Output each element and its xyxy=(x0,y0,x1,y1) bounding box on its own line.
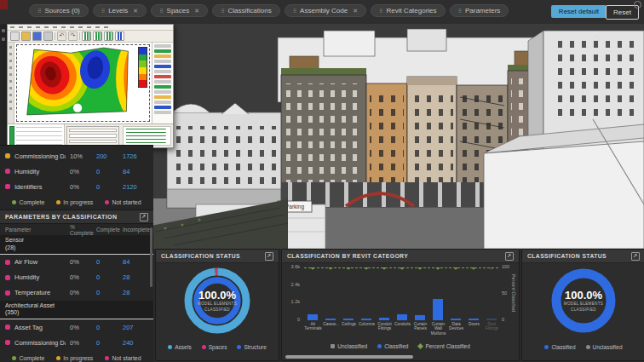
menu-bar[interactable] xyxy=(8,25,173,31)
tab-assembly-code[interactable]: ⠿Assembly Code✕ xyxy=(285,4,366,17)
object-item[interactable] xyxy=(154,49,171,53)
contour-app-window[interactable]: ↶ ↷ xyxy=(7,24,174,148)
object-item[interactable] xyxy=(154,111,171,114)
grid-data-icon[interactable] xyxy=(115,32,124,41)
legend-item: Not started xyxy=(105,355,141,361)
legend-dot xyxy=(586,345,590,349)
status-dot xyxy=(5,169,10,174)
percent-marker xyxy=(364,267,369,270)
legend-item: Complete xyxy=(12,199,44,205)
tab-parameters[interactable]: ⠿Parameters xyxy=(450,4,509,17)
object-manager-panel[interactable] xyxy=(152,43,173,124)
bar-slot xyxy=(376,267,394,320)
report-console[interactable] xyxy=(123,126,171,146)
bar-duct-fittings[interactable] xyxy=(486,319,497,320)
close-icon[interactable]: ✕ xyxy=(194,8,199,14)
table-row[interactable]: Commissioning Date0%0240 xyxy=(0,335,153,350)
redo-icon[interactable]: ↷ xyxy=(68,32,78,41)
left-tool-strip[interactable] xyxy=(8,43,14,124)
object-item[interactable] xyxy=(154,106,171,109)
x-axis-label: Air Terminals xyxy=(304,322,322,336)
bar-conduits[interactable] xyxy=(397,314,407,320)
group-row[interactable]: Sensor(28) xyxy=(0,235,153,255)
row-label: Humidity xyxy=(14,273,66,281)
home-icon[interactable]: ⌂ xyxy=(593,31,600,43)
table-row[interactable]: Temperature0%028 xyxy=(0,285,153,301)
status-icon[interactable] xyxy=(634,1,641,9)
contour-plot xyxy=(20,45,132,118)
x-axis-label: Duct Fittings xyxy=(483,322,498,336)
close-icon[interactable]: ✕ xyxy=(133,8,138,14)
table-row[interactable]: Asset Tag0%0207 xyxy=(0,319,153,335)
table-row[interactable]: Commissioning Date10%2001726 xyxy=(0,148,153,164)
popout-icon[interactable]: ↗ xyxy=(505,252,514,261)
bar-ceilings[interactable] xyxy=(343,319,354,320)
mini-dialog[interactable] xyxy=(66,126,119,146)
horizontal-scrollbar[interactable] xyxy=(285,355,413,359)
object-item[interactable] xyxy=(154,85,171,89)
bar-columns[interactable] xyxy=(361,319,371,320)
object-item[interactable] xyxy=(154,55,171,58)
object-item[interactable] xyxy=(154,90,171,94)
close-icon[interactable]: ✕ xyxy=(353,8,358,14)
object-item[interactable] xyxy=(154,65,171,68)
legend-item: Classified xyxy=(544,344,575,350)
new-icon[interactable] xyxy=(10,32,20,41)
popout-icon[interactable]: ↗ xyxy=(631,252,640,261)
object-item[interactable] xyxy=(154,95,171,99)
plot-canvas[interactable] xyxy=(14,43,152,124)
tab-classifications[interactable]: ⠿Classifications xyxy=(212,4,280,17)
row-label: Identifiers xyxy=(14,183,66,191)
folder-icon[interactable] xyxy=(21,32,31,41)
bar-data-devices[interactable] xyxy=(451,319,461,320)
panel-title: CLASSIFICATION STATUS xyxy=(161,253,240,259)
tab-revit-categories[interactable]: ⠿Revit Categories xyxy=(371,4,446,17)
undo-icon[interactable]: ↶ xyxy=(57,32,66,41)
object-item[interactable] xyxy=(154,75,171,78)
bar-curtain-wall-mullions[interactable] xyxy=(433,299,443,320)
bar-conduit-fittings[interactable] xyxy=(379,318,389,320)
object-item[interactable] xyxy=(154,101,171,104)
table-row[interactable]: Humidity0%028 xyxy=(0,270,153,285)
bar-air-terminals[interactable] xyxy=(308,314,318,320)
property-grid[interactable] xyxy=(8,124,65,147)
legend-dot xyxy=(168,345,172,349)
group-row[interactable]: Architectural Asset(350) xyxy=(0,301,153,320)
table-row[interactable]: Humidity0%084 xyxy=(0,164,153,179)
print-icon[interactable] xyxy=(43,32,53,41)
tab-spaces[interactable]: ⠿Spaces✕ xyxy=(151,4,208,17)
bar-doors[interactable] xyxy=(469,319,479,320)
legend-item: Complete xyxy=(12,355,44,361)
row-incomplete: 240 xyxy=(123,339,148,347)
reset-button[interactable]: Reset xyxy=(606,5,639,20)
table-header: Parameter % Complete Complete Incomplete xyxy=(0,224,153,235)
bar-casew-[interactable] xyxy=(325,319,336,320)
object-item[interactable] xyxy=(154,80,171,83)
object-item[interactable] xyxy=(154,44,171,48)
tab-sources-0-[interactable]: ⠿Sources (0) xyxy=(29,4,89,17)
row-label: Air Flow xyxy=(14,258,66,266)
contour-map-icon[interactable] xyxy=(82,32,91,41)
vertical-scrollbar[interactable] xyxy=(150,227,152,287)
save-icon[interactable] xyxy=(32,32,42,41)
table-row[interactable]: Air Flow0%084 xyxy=(0,255,153,270)
contour-map-icon[interactable] xyxy=(93,32,102,41)
status-dot xyxy=(5,275,10,280)
table-row[interactable]: Identifiers0%02120 xyxy=(0,179,153,194)
legend-item: Unclassified xyxy=(586,344,623,350)
row-label: Commissioning Date xyxy=(14,152,66,160)
bar-curtain-panels[interactable] xyxy=(415,315,425,320)
object-item[interactable] xyxy=(154,60,171,63)
popout-icon[interactable]: ↗ xyxy=(265,252,273,261)
tab-label: Classifications xyxy=(228,7,272,14)
object-item[interactable] xyxy=(154,70,171,73)
y2-tick: 100 xyxy=(502,264,509,269)
classification-status-panel-right: CLASSIFICATION STATUS ↗ 100.0% MODEL ELE… xyxy=(521,249,644,361)
legend-dot xyxy=(377,344,382,348)
y2-tick: 50 xyxy=(502,290,507,296)
reset-default-button[interactable]: Reset default xyxy=(551,5,607,18)
x-axis-label: Curtain Panels xyxy=(411,322,429,336)
tab-levels[interactable]: ⠿Levels✕ xyxy=(93,4,147,17)
contour-map-icon[interactable] xyxy=(104,32,113,41)
popout-icon[interactable]: ↗ xyxy=(140,213,148,221)
